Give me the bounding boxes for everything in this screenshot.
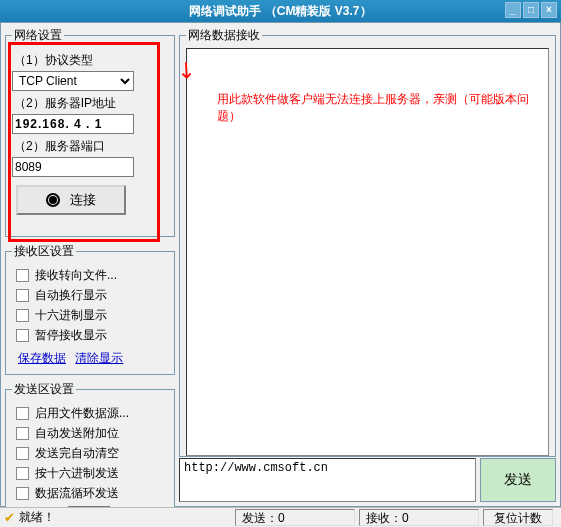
checkbox[interactable] <box>16 289 29 302</box>
send-settings-legend: 发送区设置 <box>12 381 76 398</box>
connect-button[interactable]: 连接 <box>16 185 126 215</box>
minimize-button[interactable]: _ <box>505 2 521 18</box>
server-ip-input[interactable] <box>12 114 134 134</box>
status-recv: 接收：0 <box>359 509 479 526</box>
annotation-arrow-icon: ↘ <box>171 54 202 85</box>
server-port-input[interactable] <box>12 157 134 177</box>
clear-display-link[interactable]: 清除显示 <box>75 351 123 365</box>
send-textarea[interactable] <box>179 458 476 502</box>
checkbox-label: 数据流循环发送 <box>35 485 119 502</box>
protocol-label: （1）协议类型 <box>14 52 168 69</box>
maximize-button[interactable]: □ <box>523 2 539 18</box>
checkbox-label: 十六进制显示 <box>35 307 107 324</box>
save-data-link[interactable]: 保存数据 <box>18 351 66 365</box>
network-settings-group: 网络设置 （1）协议类型 TCP Client （2）服务器IP地址 （2）服务… <box>5 27 175 237</box>
checkbox[interactable] <box>16 407 29 420</box>
server-port-label: （2）服务器端口 <box>14 138 168 155</box>
window-title: 网络调试助手 （CM精装版 V3.7） <box>189 4 371 18</box>
checkbox-label: 接收转向文件... <box>35 267 117 284</box>
data-receive-legend: 网络数据接收 <box>186 27 262 44</box>
ready-icon: ✔ <box>4 510 15 525</box>
title-bar: 网络调试助手 （CM精装版 V3.7） _ □ × <box>0 0 561 22</box>
checkbox[interactable] <box>16 309 29 322</box>
checkbox[interactable] <box>16 447 29 460</box>
checkbox-label: 自动发送附加位 <box>35 425 119 442</box>
checkbox[interactable] <box>16 269 29 282</box>
checkbox-label: 按十六进制发送 <box>35 465 119 482</box>
annotation-text: 用此款软件做客户端无法连接上服务器，亲测（可能版本问题） <box>217 91 548 125</box>
receive-settings-group: 接收区设置 接收转向文件... 自动换行显示 十六进制显示 暂停接收显示 保存数… <box>5 243 175 375</box>
receive-textarea[interactable]: ↘ 用此款软件做客户端无法连接上服务器，亲测（可能版本问题） <box>186 48 549 456</box>
status-bar: ✔ 就绪！ 发送：0 接收：0 复位计数 <box>0 507 561 527</box>
status-sent: 发送：0 <box>235 509 355 526</box>
checkbox-label: 发送完自动清空 <box>35 445 119 462</box>
network-settings-legend: 网络设置 <box>12 27 64 44</box>
client-area: 网络设置 （1）协议类型 TCP Client （2）服务器IP地址 （2）服务… <box>0 22 561 507</box>
checkbox-label: 自动换行显示 <box>35 287 107 304</box>
send-button[interactable]: 发送 <box>480 458 556 502</box>
send-settings-group: 发送区设置 启用文件数据源... 自动发送附加位 发送完自动清空 按十六进制发送… <box>5 381 175 509</box>
checkbox[interactable] <box>16 329 29 342</box>
protocol-select[interactable]: TCP Client <box>12 71 134 91</box>
connect-status-icon <box>46 193 60 207</box>
checkbox-label: 暂停接收显示 <box>35 327 107 344</box>
checkbox[interactable] <box>16 487 29 500</box>
status-ready: 就绪！ <box>19 509 55 526</box>
checkbox[interactable] <box>16 467 29 480</box>
checkbox[interactable] <box>16 427 29 440</box>
server-ip-label: （2）服务器IP地址 <box>14 95 168 112</box>
checkbox-label: 启用文件数据源... <box>35 405 129 422</box>
reset-count-button[interactable]: 复位计数 <box>483 509 553 526</box>
receive-settings-legend: 接收区设置 <box>12 243 76 260</box>
connect-button-label: 连接 <box>70 191 96 209</box>
close-button[interactable]: × <box>541 2 557 18</box>
data-receive-group: 网络数据接收 ↘ 用此款软件做客户端无法连接上服务器，亲测（可能版本问题） <box>179 27 556 457</box>
